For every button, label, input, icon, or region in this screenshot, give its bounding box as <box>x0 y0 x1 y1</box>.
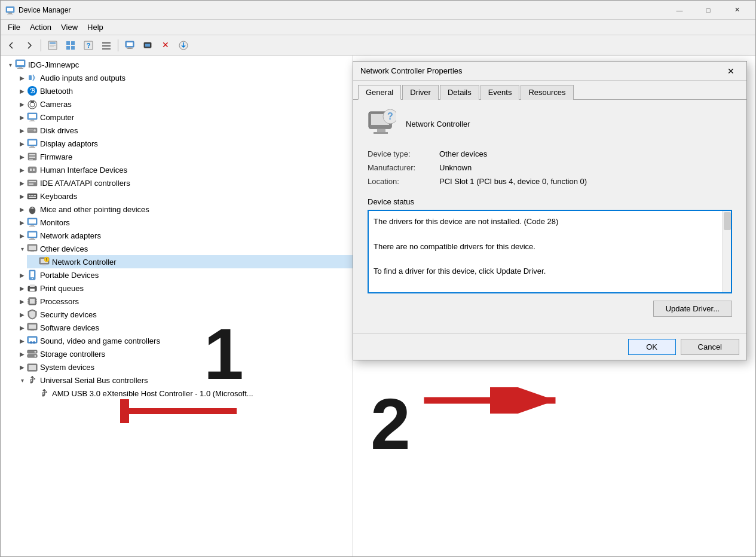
expander-sound[interactable]: ▶ <box>17 336 27 345</box>
tree-item-display[interactable]: ▶ Display adaptors <box>15 137 353 150</box>
update-button[interactable] <box>175 38 192 53</box>
svg-point-114 <box>42 395 44 397</box>
expander-audio[interactable]: ▶ <box>17 73 27 82</box>
list-button[interactable] <box>98 38 115 53</box>
tree-item-storage[interactable]: ▶ Storage controllers <box>15 347 353 360</box>
expander-system[interactable]: ▶ <box>17 362 27 372</box>
computer-button[interactable] <box>121 38 138 53</box>
svg-point-33 <box>30 102 35 107</box>
update-driver-button[interactable]: Update Driver... <box>653 301 732 317</box>
svg-rect-54 <box>27 180 37 186</box>
forward-button[interactable] <box>21 38 38 53</box>
tree-item-sound[interactable]: ▶ Sound, video and game controllers <box>15 334 353 347</box>
expander-storage[interactable]: ▶ <box>17 349 27 359</box>
expander-keyboard[interactable]: ▶ <box>17 191 27 201</box>
tree-item-security[interactable]: ▶ Security devices <box>15 308 353 321</box>
device-button[interactable] <box>139 38 156 53</box>
tree-item-network-controller[interactable]: ▶ ! Network Controller <box>27 255 353 268</box>
expander-network[interactable]: ▶ <box>17 231 27 240</box>
svg-text:ℬ: ℬ <box>30 87 35 94</box>
status-scrollbar[interactable] <box>723 211 731 292</box>
menu-view[interactable]: View <box>56 22 82 33</box>
ok-button[interactable]: OK <box>628 339 676 355</box>
expander-monitors[interactable]: ▶ <box>17 218 27 227</box>
device-icon-large: ? <box>368 109 396 138</box>
tree-item-bluetooth[interactable]: ▶ ℬ Bluetooth <box>15 84 353 97</box>
tree-item-mice[interactable]: ▶ Mice and other pointing devices <box>15 203 353 216</box>
expander-processor[interactable]: ▶ <box>17 296 27 306</box>
menu-action[interactable]: Action <box>25 22 56 33</box>
expander-display[interactable]: ▶ <box>17 139 27 148</box>
tree-item-hid[interactable]: ▶ Human Interface Devices <box>15 163 353 176</box>
minimize-button[interactable]: — <box>666 2 693 19</box>
window-title: Device Manager <box>19 6 666 14</box>
expander-print[interactable]: ▶ <box>17 283 27 293</box>
tree-item-portable[interactable]: ▶ Portable Devices <box>15 268 353 281</box>
tree-item-network[interactable]: ▶ Network adapters <box>15 229 353 242</box>
tree-item-system[interactable]: ▶ System devices <box>15 360 353 374</box>
expander-hid[interactable]: ▶ <box>17 165 27 175</box>
expander-firmware[interactable]: ▶ <box>17 152 27 161</box>
tree-item-cameras[interactable]: ▶ Cameras <box>15 97 353 111</box>
tree-item-usb[interactable]: ▾ Universal Serial Bus controllers <box>15 374 353 387</box>
close-button[interactable]: ✕ <box>723 2 751 19</box>
svg-rect-26 <box>17 61 24 65</box>
properties-button[interactable] <box>44 38 61 53</box>
tab-driver[interactable]: Driver <box>402 85 439 100</box>
expander-cameras[interactable]: ▶ <box>17 99 27 109</box>
svg-rect-27 <box>19 67 22 68</box>
maximize-button[interactable]: □ <box>694 2 722 19</box>
expander-other[interactable]: ▾ <box>17 244 27 253</box>
remove-button[interactable]: ✕ <box>157 38 174 53</box>
icon-portable <box>27 270 38 280</box>
tree-item-print[interactable]: ▶ Print queues <box>15 281 353 295</box>
tree-item-monitors[interactable]: ▶ Monitors <box>15 216 353 229</box>
expander-security[interactable]: ▶ <box>17 310 27 319</box>
view-button[interactable] <box>62 38 79 53</box>
svg-rect-2 <box>8 13 12 14</box>
dialog-close-button[interactable]: ✕ <box>723 64 739 78</box>
menu-help[interactable]: Help <box>82 22 108 33</box>
svg-rect-87 <box>30 289 35 291</box>
tree-item-other[interactable]: ▾ Other devices <box>15 242 353 255</box>
tree-label-software: Software devices <box>40 323 99 332</box>
properties-dialog[interactable]: Network Controller Properties ✕ General … <box>353 61 747 360</box>
expander-bluetooth[interactable]: ▶ <box>17 86 27 96</box>
expander-usb[interactable]: ▾ <box>17 375 27 385</box>
expander-computer[interactable]: ▶ <box>17 112 27 122</box>
tree-item-audio[interactable]: ▶ Audio inputs and outputs <box>15 71 353 84</box>
expander-mice[interactable]: ▶ <box>17 204 27 214</box>
tab-details[interactable]: Details <box>440 85 479 100</box>
tree-item-computer[interactable]: ▶ Computer <box>15 111 353 124</box>
tree-root[interactable]: ▾ IDG-Jimnewpc <box>3 58 353 71</box>
tree-panel[interactable]: ▾ IDG-Jimnewpc ▶ <box>1 56 353 556</box>
tab-general[interactable]: General <box>358 85 401 100</box>
tree-item-firmware[interactable]: ▶ Firmware <box>15 150 353 163</box>
device-status-box[interactable]: The drivers for this device are not inst… <box>368 210 732 293</box>
svg-rect-34 <box>30 101 34 103</box>
expander-software[interactable]: ▶ <box>17 323 27 332</box>
tree-label-audio: Audio inputs and outputs <box>40 74 126 82</box>
tree-item-ide[interactable]: ▶ IDE ATA/ATAPI controllers <box>15 176 353 189</box>
back-button[interactable] <box>3 38 20 53</box>
tab-events[interactable]: Events <box>480 85 520 100</box>
tree-item-disk[interactable]: ▶ Disk drives <box>15 124 353 137</box>
svg-rect-79 <box>42 264 46 265</box>
help-button[interactable]: ? <box>80 38 97 53</box>
expander-portable[interactable]: ▶ <box>17 270 27 280</box>
svg-text:!: ! <box>46 258 47 262</box>
expander-root[interactable]: ▾ <box>5 60 15 69</box>
tree-item-processor[interactable]: ▶ Processors <box>15 295 353 308</box>
menu-file[interactable]: File <box>3 22 25 33</box>
tree-item-software[interactable]: ▶ Software devices <box>15 321 353 334</box>
svg-rect-37 <box>30 120 34 121</box>
cancel-button[interactable]: Cancel <box>681 339 739 355</box>
svg-rect-15 <box>102 45 111 47</box>
expander-ide[interactable]: ▶ <box>17 178 27 188</box>
tree-item-keyboard[interactable]: ▶ Keyboards <box>15 189 353 203</box>
tab-resources[interactable]: Resources <box>521 85 573 100</box>
tree-label-usb: Universal Serial Bus controllers <box>40 376 148 385</box>
tree-item-amd-usb[interactable]: ▶ AMD USB 3.0 eXtensible Host Controller… <box>27 387 353 400</box>
svg-rect-72 <box>30 238 34 239</box>
expander-disk[interactable]: ▶ <box>17 126 27 135</box>
